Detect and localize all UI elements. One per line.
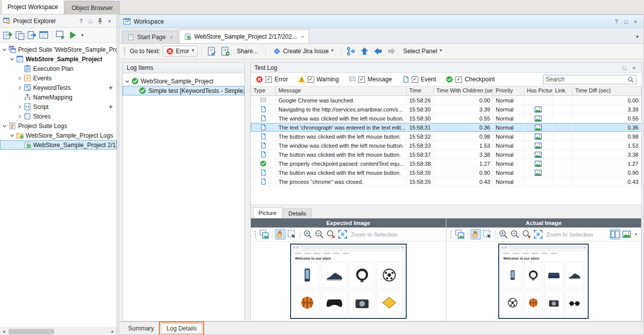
project-tree-item-7[interactable]: Stores xyxy=(0,111,117,121)
column-header-time[interactable]: Time xyxy=(407,86,434,95)
help-button[interactable]: ? xyxy=(77,17,85,25)
log-items-tree-item-1[interactable]: Simple test [KeywordTests - Simple... xyxy=(123,86,244,95)
doc-tab-log[interactable]: WebStore_Sample_Project 2/17/202... × xyxy=(179,29,309,43)
test-log-maximize-button[interactable]: □ xyxy=(620,64,628,72)
column-header-link[interactable]: Link xyxy=(553,86,573,95)
zoom-reset-button[interactable] xyxy=(521,229,532,240)
open-log-button[interactable] xyxy=(206,46,217,57)
log-row-3[interactable]: The text 'chronograph' was entered in th… xyxy=(251,123,641,132)
actual-image-thumbnail[interactable]: Welcome to our store xyxy=(498,244,589,319)
toolbar-grip[interactable] xyxy=(124,47,126,55)
column-header-priority[interactable]: Priority xyxy=(493,86,524,95)
log-row-7[interactable]: The property checkpoint passed: contentT… xyxy=(251,159,641,168)
tab-object-browser[interactable]: Object Browser xyxy=(65,1,119,14)
go-back-button[interactable] xyxy=(373,46,384,57)
selection-tool-button[interactable] xyxy=(482,229,493,240)
compare-logs-button[interactable] xyxy=(345,46,356,57)
workspace-maximize-button[interactable]: □ xyxy=(622,18,630,26)
log-row-6[interactable]: The button was clicked with the left mou… xyxy=(251,150,641,159)
test-log-close-button[interactable]: × xyxy=(630,64,638,72)
project-tree-item-2[interactable]: Execution Plan xyxy=(0,64,117,73)
add-item-button[interactable]: + xyxy=(109,84,113,91)
chevron-right-icon[interactable] xyxy=(16,103,23,110)
image-options-dropdown[interactable]: ▾ xyxy=(633,230,639,240)
go-to-next-error-dropdown[interactable]: Error ▾ xyxy=(163,46,198,57)
doc-tab-start-page[interactable]: Start Page × xyxy=(122,31,178,43)
tab-project-workspace[interactable]: Project Workspace xyxy=(1,0,64,14)
filter-checkbox-event[interactable]: ✓ xyxy=(412,76,418,83)
add-existing-item-button[interactable] xyxy=(14,30,25,41)
pan-tool-button[interactable] xyxy=(275,229,286,240)
project-tree-item-1[interactable]: WebStore_Sample_Project xyxy=(0,54,117,64)
expected-image-thumbnail[interactable]: Welcome to our store xyxy=(290,244,407,319)
filter-checkbox-checkpoint[interactable]: ✓ xyxy=(455,76,462,83)
close-button[interactable]: × xyxy=(106,17,114,25)
scroll-right-button[interactable]: ► xyxy=(109,328,117,335)
toolbar-grip[interactable] xyxy=(450,231,452,239)
tab-details[interactable]: Details xyxy=(283,208,312,218)
column-header-time-with-children-sec-[interactable]: Time With Children (sec) xyxy=(434,86,493,95)
project-tree-item-3[interactable]: Events xyxy=(0,73,117,83)
close-tab-icon[interactable]: × xyxy=(170,34,173,40)
object-browser-button[interactable] xyxy=(38,30,49,41)
zoom-reset-button[interactable] xyxy=(326,229,336,240)
project-tree-item-8[interactable]: Project Suite Logs xyxy=(0,121,117,131)
zoom-out-button[interactable] xyxy=(510,229,520,240)
zoom-fit-button[interactable] xyxy=(337,229,348,240)
search-input[interactable] xyxy=(545,76,627,83)
maximize-button[interactable]: □ xyxy=(86,17,95,25)
project-tree-item-9[interactable]: WebStore_Sample_Project Logs xyxy=(0,131,117,140)
chevron-right-icon[interactable] xyxy=(16,84,23,91)
run-test-button[interactable] xyxy=(67,30,78,41)
select-panel-dropdown[interactable]: Select Panel ▾ xyxy=(400,46,445,57)
column-header-time-diff-sec-[interactable]: Time Diff (sec) xyxy=(573,86,641,95)
selection-tool-button[interactable] xyxy=(287,229,297,240)
close-tab-icon[interactable]: × xyxy=(301,34,304,40)
export-log-button[interactable] xyxy=(220,46,231,57)
column-header-type[interactable]: Type xyxy=(251,86,276,95)
workspace-close-button[interactable]: × xyxy=(631,18,639,26)
tab-summary[interactable]: Summary xyxy=(123,323,159,333)
filter-checkbox-message[interactable]: ✓ xyxy=(358,76,365,83)
chevron-down-icon[interactable] xyxy=(124,78,130,84)
chevron-right-icon[interactable] xyxy=(16,113,23,120)
go-to-parent-button[interactable] xyxy=(359,46,370,57)
log-row-9[interactable]: The process "chrome" was closed.15:58:39… xyxy=(251,177,641,186)
workspace-help-button[interactable]: ? xyxy=(612,18,620,26)
export-image-button[interactable] xyxy=(259,229,269,240)
log-row-0[interactable]: Google Chrome was launched.15:58:260.00N… xyxy=(251,96,641,105)
search-box[interactable] xyxy=(543,75,636,84)
vertical-splitter[interactable] xyxy=(247,62,248,321)
run-options-dropdown[interactable]: ▾ xyxy=(79,30,86,41)
log-row-4[interactable]: The button was clicked with the left mou… xyxy=(251,132,641,141)
export-item-button[interactable] xyxy=(26,30,37,41)
chevron-right-icon[interactable] xyxy=(16,75,23,81)
column-header-message[interactable]: Message xyxy=(276,86,407,95)
project-tree-item-5[interactable]: NameMapping xyxy=(0,92,117,102)
filter-checkbox-warning[interactable]: ✓ xyxy=(308,76,314,83)
chevron-down-icon[interactable] xyxy=(1,123,8,129)
tab-list-dropdown[interactable]: ▾ xyxy=(636,34,638,39)
share-button[interactable]: Share... xyxy=(233,46,261,57)
project-explorer-horizontal-scrollbar[interactable]: ◄ ► xyxy=(0,327,117,335)
log-row-8[interactable]: The button was clicked with the left mou… xyxy=(251,168,641,177)
log-row-2[interactable]: The window was clicked with the left mou… xyxy=(251,114,641,123)
scrollbar-thumb[interactable] xyxy=(9,329,54,334)
add-new-item-button[interactable] xyxy=(2,30,13,41)
tab-picture[interactable]: Picture xyxy=(253,207,282,218)
image-view-options-button[interactable] xyxy=(621,229,632,240)
export-image-button[interactable] xyxy=(454,229,465,240)
chevron-down-icon[interactable] xyxy=(1,46,8,53)
project-tree-item-10[interactable]: WebStore_Sample_Project 2/17/... xyxy=(0,140,117,150)
log-row-5[interactable]: The window was clicked with the left mou… xyxy=(251,141,641,150)
run-project-button[interactable] xyxy=(55,30,66,41)
toolbar-grip[interactable] xyxy=(254,231,256,239)
zoom-in-button[interactable] xyxy=(303,229,313,240)
show-comparison-button[interactable] xyxy=(610,229,620,240)
add-item-button[interactable]: + xyxy=(109,103,113,110)
tab-log-details[interactable]: Log Details xyxy=(161,323,202,333)
pan-tool-button[interactable] xyxy=(471,229,481,240)
go-forward-button[interactable] xyxy=(386,46,397,57)
scrollbar-track[interactable] xyxy=(8,328,109,335)
column-header-has-picture[interactable]: Has Picture xyxy=(524,86,553,95)
